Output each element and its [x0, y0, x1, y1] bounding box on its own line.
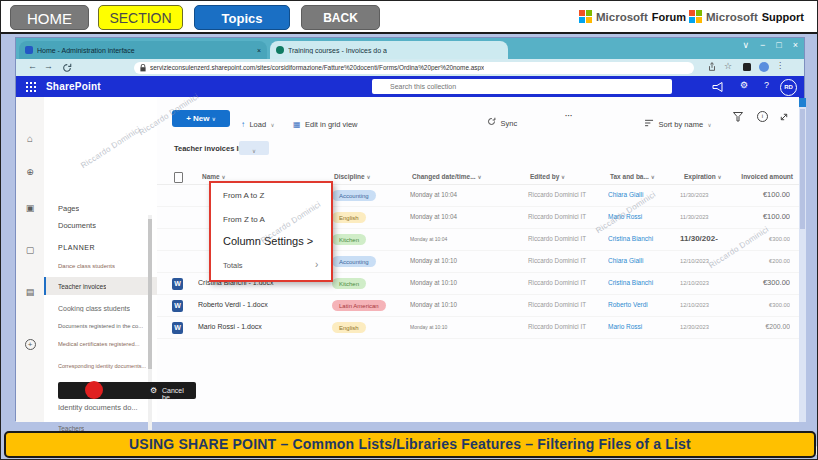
- share-icon[interactable]: [707, 62, 717, 72]
- sites-icon[interactable]: ▣: [16, 203, 44, 213]
- back-button[interactable]: BACK: [301, 5, 380, 30]
- menu-item-column-settings[interactable]: Column Settings >: [223, 235, 313, 247]
- discipline-badge: Latin American: [332, 294, 408, 316]
- globe-icon[interactable]: ⊕: [16, 167, 44, 177]
- file-name[interactable]: Mario Rossi - 1.docx: [198, 316, 330, 338]
- microsoft-wordmark: Microsoft: [706, 11, 758, 23]
- microsoft-logo: [689, 10, 702, 23]
- tax-link[interactable]: Cristina Bianchi: [608, 272, 678, 294]
- minimize-button[interactable]: −: [760, 40, 765, 50]
- sync-button[interactable]: Sync: [487, 112, 517, 130]
- tab-group-icon[interactable]: [743, 63, 751, 71]
- microsoft-logo: [579, 10, 592, 23]
- sidebar-item-documents[interactable]: Documents: [58, 221, 96, 230]
- changed-cell: Monday at 10:10: [410, 250, 524, 272]
- tax-link[interactable]: Cristina Bianchi: [608, 228, 678, 250]
- sidebar-item-identity-documents[interactable]: Identity documents do...: [58, 403, 138, 412]
- column-discipline[interactable]: Discipline ∨: [334, 169, 371, 184]
- edit-grid-view-button[interactable]: ▦ Edit in grid view: [293, 113, 358, 131]
- recorder-label[interactable]: Cancel be...: [162, 387, 196, 401]
- tax-link[interactable]: Mario Rossi: [608, 206, 678, 228]
- view-dropdown[interactable]: ∨: [239, 141, 269, 155]
- file-name[interactable]: Roberto Verdi - 1.docx: [198, 294, 330, 316]
- column-tax[interactable]: Tax and ba... ∨: [610, 169, 655, 184]
- sort-by-button[interactable]: Sort by name ∨: [645, 113, 712, 131]
- profile-avatar-icon[interactable]: [759, 62, 769, 72]
- sidebar-item-cooking-class[interactable]: Cooking class students: [58, 305, 130, 312]
- tab-search-icon[interactable]: ∨: [742, 40, 749, 50]
- forward-icon[interactable]: →: [44, 61, 53, 71]
- expiration-cell: 11/30/2023: [680, 184, 736, 206]
- tax-link[interactable]: Mario Rossi: [608, 316, 678, 338]
- search-input[interactable]: [372, 79, 672, 94]
- topics-button[interactable]: Topics: [194, 5, 290, 30]
- info-icon[interactable]: i: [757, 111, 768, 122]
- sidebar-item-corresponding-identity[interactable]: Corresponding identity documents...: [58, 363, 146, 369]
- megaphone-icon[interactable]: [712, 82, 724, 92]
- table-row[interactable]: W Roberto Verdi - 1.docx Latin American …: [157, 294, 799, 317]
- column-expiration[interactable]: Expiration ∨: [684, 169, 722, 184]
- browser-tab-bar: Home - Administration interface × Traini…: [16, 38, 804, 59]
- bookmark-star-icon[interactable]: ☆: [724, 61, 732, 71]
- back-icon[interactable]: ←: [28, 61, 37, 71]
- section-button[interactable]: SECTION: [98, 5, 183, 30]
- menu-item-z-to-a[interactable]: From Z to A: [223, 215, 265, 224]
- discipline-badge: Kitchen: [332, 228, 408, 250]
- maximize-button[interactable]: □: [776, 40, 781, 50]
- sidebar-section-planner: PLANNER: [58, 244, 95, 251]
- recorder-toolbar: ⚙ Cancel be...: [58, 382, 196, 399]
- upload-button[interactable]: ↑ Load ∨: [241, 113, 275, 131]
- sidebar-item-dance-class[interactable]: Dance class students: [58, 263, 115, 269]
- add-icon[interactable]: +: [16, 333, 44, 351]
- tax-link[interactable]: Chiara Gialli: [608, 250, 678, 272]
- user-avatar[interactable]: RD: [780, 79, 797, 96]
- sidebar-item-medical-certificates-2[interactable]: Medical certificates registered...: [58, 341, 140, 347]
- edited-by-cell: Riccardo Dominici IT: [528, 206, 606, 228]
- kebab-menu-icon[interactable]: ⋮: [776, 61, 784, 70]
- help-icon[interactable]: ?: [764, 80, 769, 90]
- url-field[interactable]: servizieconsulenzerd.sharepoint.com/site…: [134, 62, 694, 74]
- close-button[interactable]: ×: [793, 40, 798, 50]
- sidebar-item-pages[interactable]: Pages: [58, 204, 79, 213]
- word-file-icon: W: [172, 294, 196, 316]
- scrollbar-thumb[interactable]: [800, 109, 805, 229]
- browser-tab-inactive[interactable]: Home - Administration interface ×: [19, 41, 267, 59]
- column-edited-by[interactable]: Edited by ∨: [530, 169, 565, 184]
- gear-icon[interactable]: ⚙: [150, 386, 157, 395]
- edited-by-cell: Riccardo Dominici IT: [528, 294, 606, 316]
- home-icon[interactable]: ⌂: [16, 133, 44, 144]
- expand-icon[interactable]: [779, 112, 789, 122]
- url-text: servizieconsulenzerd.sharepoint.com/site…: [150, 64, 484, 71]
- menu-item-a-to-z[interactable]: From A to Z: [223, 191, 264, 200]
- microsoft-support-link[interactable]: Microsoft Support: [689, 10, 804, 23]
- gear-icon[interactable]: ⚙: [740, 80, 748, 90]
- discipline-badge: Accounting: [332, 184, 408, 206]
- browser-tab-active[interactable]: Training courses - Invoices do a: [270, 41, 508, 59]
- close-tab-icon[interactable]: ×: [257, 47, 261, 54]
- new-button[interactable]: + New ∨: [172, 110, 230, 127]
- refresh-icon[interactable]: [62, 63, 72, 73]
- sidebar-item-teacher-invoices[interactable]: Teacher invoices: [58, 283, 106, 290]
- record-dot-icon[interactable]: [85, 381, 103, 399]
- app-name[interactable]: SharePoint: [46, 81, 101, 92]
- tax-link[interactable]: Roberto Verdi: [608, 294, 678, 316]
- filter-funnel-icon[interactable]: [733, 112, 743, 122]
- home-button[interactable]: HOME: [10, 5, 89, 30]
- table-row[interactable]: W Mario Rossi - 1.docx English Monday at…: [157, 316, 799, 339]
- microsoft-forum-link[interactable]: Microsoft Forum: [579, 10, 686, 23]
- column-changed[interactable]: Changed date/time... ∨: [412, 169, 481, 184]
- menu-item-totals[interactable]: Totals: [223, 261, 243, 270]
- sidebar-item-documents-registered[interactable]: Documents registered in the co...: [58, 323, 143, 329]
- tax-link[interactable]: Chiara Gialli: [608, 184, 678, 206]
- news-icon[interactable]: ▤: [16, 287, 44, 297]
- waffle-icon[interactable]: [26, 82, 36, 92]
- file-icon[interactable]: ▢: [16, 245, 44, 255]
- column-invoiced-amount[interactable]: Invoiced amount: [735, 169, 793, 184]
- edited-by-cell: Riccardo Dominici IT: [528, 228, 606, 250]
- expiration-cell: 11/30/2023: [680, 206, 736, 228]
- vertical-scrollbar[interactable]: [799, 107, 806, 422]
- more-options-icon[interactable]: ···: [565, 111, 573, 120]
- changed-cell: Monday at 10:04: [410, 228, 524, 250]
- file-type-column-icon[interactable]: [174, 169, 198, 184]
- sort-lines-icon: [645, 119, 654, 127]
